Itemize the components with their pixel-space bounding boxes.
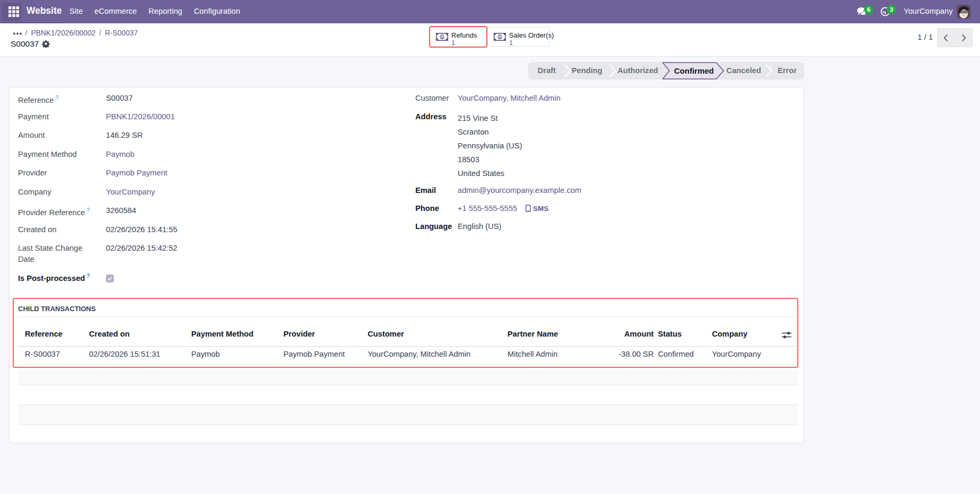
svg-text:Confirmed: Confirmed <box>674 66 714 75</box>
